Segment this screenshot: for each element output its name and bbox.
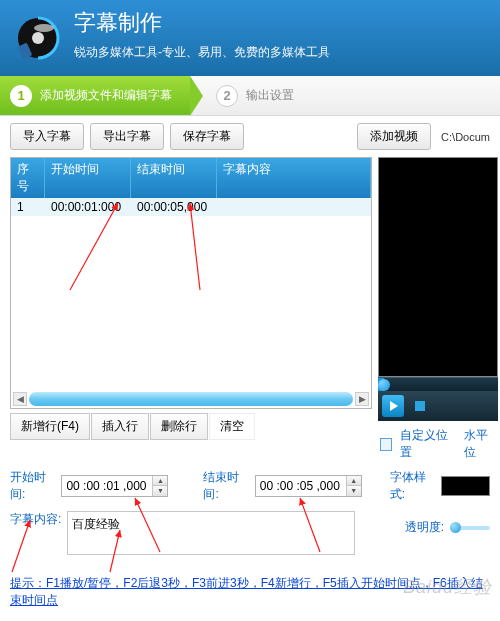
start-up-icon[interactable]: ▲ — [152, 476, 167, 486]
seek-knob[interactable] — [378, 379, 390, 391]
cell-end: 00:00:05,000 — [131, 198, 217, 216]
step-1[interactable]: 1 添加视频文件和编辑字幕 — [0, 76, 190, 115]
end-up-icon[interactable]: ▲ — [346, 476, 361, 486]
start-time-input[interactable]: ▲▼ — [61, 475, 168, 497]
table-row[interactable]: 1 00:00:01:000 00:00:05,000 — [11, 198, 371, 216]
cell-content — [217, 198, 371, 216]
export-subtitle-button[interactable]: 导出字幕 — [90, 123, 164, 150]
save-subtitle-button[interactable]: 保存字幕 — [170, 123, 244, 150]
th-content: 字幕内容 — [217, 158, 371, 198]
custom-position-label: 自定义位置 — [400, 427, 456, 461]
delete-row-button[interactable]: 删除行 — [150, 413, 208, 440]
slider-knob[interactable] — [450, 522, 461, 533]
transparency-slider[interactable] — [450, 526, 490, 530]
th-start: 开始时间 — [45, 158, 131, 198]
new-row-button[interactable]: 新增行(F4) — [10, 413, 90, 440]
add-video-button[interactable]: 添加视频 — [357, 123, 431, 150]
subtitle-content-label: 字幕内容: — [10, 511, 61, 528]
insert-row-button[interactable]: 插入行 — [91, 413, 149, 440]
step-1-label: 添加视频文件和编辑字幕 — [40, 87, 172, 104]
svg-point-1 — [32, 32, 44, 44]
end-down-icon[interactable]: ▼ — [346, 486, 361, 496]
start-time-field[interactable] — [62, 476, 152, 496]
step-bar: 1 添加视频文件和编辑字幕 2 输出设置 — [0, 76, 500, 116]
end-time-label: 结束时间: — [203, 469, 248, 503]
video-preview — [378, 157, 498, 377]
cell-index: 1 — [11, 198, 45, 216]
step-1-num: 1 — [10, 85, 32, 107]
end-time-field[interactable] — [256, 476, 346, 496]
th-end: 结束时间 — [131, 158, 217, 198]
transparency-label: 透明度: — [405, 519, 444, 536]
svg-point-2 — [34, 24, 54, 32]
subtitle-table[interactable]: 序号 开始时间 结束时间 字幕内容 1 00:00:01:000 00:00:0… — [10, 157, 372, 409]
cell-start: 00:00:01:000 — [45, 198, 131, 216]
h-position-label: 水平位 — [464, 427, 498, 461]
h-scrollbar[interactable]: ◀ ▶ — [13, 392, 369, 406]
import-subtitle-button[interactable]: 导入字幕 — [10, 123, 84, 150]
seek-bar[interactable] — [378, 377, 498, 391]
start-down-icon[interactable]: ▼ — [152, 486, 167, 496]
table-header: 序号 开始时间 结束时间 字幕内容 — [11, 158, 371, 198]
stop-button[interactable] — [410, 396, 430, 416]
step-2-label: 输出设置 — [246, 87, 294, 104]
end-time-input[interactable]: ▲▼ — [255, 475, 362, 497]
scroll-right-icon[interactable]: ▶ — [355, 392, 369, 406]
play-button[interactable] — [382, 395, 404, 417]
font-style-label: 字体样式: — [390, 469, 435, 503]
font-color-swatch[interactable] — [441, 476, 490, 496]
scroll-track[interactable] — [29, 392, 353, 406]
step-2[interactable]: 2 输出设置 — [190, 76, 312, 115]
th-index: 序号 — [11, 158, 45, 198]
video-path-label: C:\Docum — [441, 131, 490, 143]
hints-link[interactable]: 提示：F1播放/暂停，F2后退3秒，F3前进3秒，F4新增行，F5插入开始时间点… — [10, 576, 483, 607]
player-controls — [378, 391, 498, 421]
clear-button[interactable]: 清空 — [209, 413, 255, 440]
app-title: 字幕制作 — [74, 8, 486, 38]
step-2-num: 2 — [216, 85, 238, 107]
app-logo — [14, 14, 62, 62]
custom-position-checkbox[interactable] — [380, 438, 392, 451]
subtitle-content-input[interactable] — [67, 511, 355, 555]
scroll-left-icon[interactable]: ◀ — [13, 392, 27, 406]
start-time-label: 开始时间: — [10, 469, 55, 503]
app-subtitle: 锐动多媒体工具-专业、易用、免费的多媒体工具 — [74, 44, 486, 61]
